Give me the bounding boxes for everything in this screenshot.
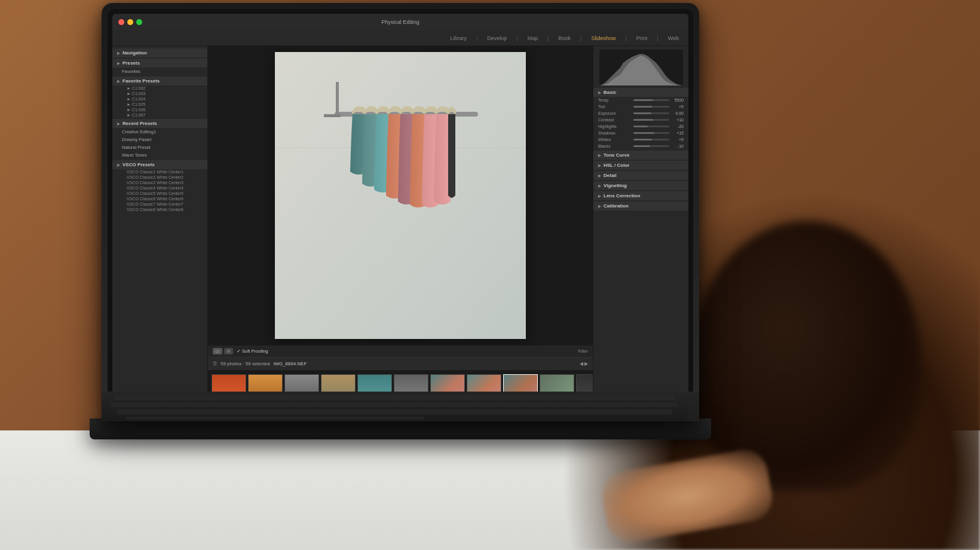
calibration-header[interactable]: Calibration [593, 201, 688, 210]
window-title: Physical Editing [381, 19, 419, 25]
recent-1[interactable]: Creative Editing1 [112, 128, 207, 136]
soft-proof-toggle[interactable]: ✓ Soft Proofing [237, 349, 268, 354]
tone-curve-section: Tone Curve [593, 151, 688, 160]
vsco-1[interactable]: VSCO Classic1 White Center1 [112, 169, 207, 175]
main-image-area[interactable] [208, 46, 593, 345]
module-sep-4: | [580, 35, 581, 41]
vsco-4[interactable]: VSCO Classic4 White Center4 [112, 185, 207, 191]
tab-print[interactable]: Print [634, 34, 650, 42]
blacks-slider: Blacks -10 [593, 143, 688, 149]
svg-rect-7 [114, 395, 675, 400]
shadows-slider: Shadows +15 [593, 130, 688, 136]
laptop-body: Physical Editing Library | Develop | Map… [102, 3, 699, 421]
fav-preset-4[interactable]: ► C1:005 [112, 102, 207, 107]
module-sep-5: | [625, 35, 626, 41]
laptop-screen: Physical Editing Library | Develop | Map… [112, 14, 688, 411]
fav-preset-6[interactable]: ► C1:007 [112, 112, 207, 118]
temp-slider: Temp 5500 [593, 97, 688, 103]
main-photo [275, 52, 526, 339]
vsco-presets-section: VSCO Presets VSCO Classic1 White Center1… [112, 160, 207, 212]
minimize-button[interactable] [127, 19, 133, 25]
tab-develop[interactable]: Develop [485, 34, 509, 42]
navigator-header[interactable]: Navigation [112, 48, 207, 57]
vsco-6[interactable]: VSCO Classic6 White Center6 [112, 196, 207, 201]
tint-slider: Tint +5 [593, 103, 688, 110]
basic-header[interactable]: Basic [593, 88, 688, 97]
tab-library[interactable]: Library [448, 34, 469, 42]
lens-correction-header[interactable]: Lens Correction [593, 191, 688, 200]
vsco-5[interactable]: VSCO Classic5 White Center5 [112, 191, 207, 196]
module-sep-6: | [657, 35, 658, 41]
fav-preset-2[interactable]: ► C1:003 [112, 91, 207, 96]
tab-web[interactable]: Web [666, 34, 681, 42]
filmstrip-info: 59 photos · 59 selected [220, 361, 270, 366]
filter-label[interactable]: Filter [578, 349, 588, 354]
fav-preset-5[interactable]: ► C1:006 [112, 107, 207, 112]
left-panel: Navigation Presets Favorites Favorite Pr… [112, 46, 208, 411]
selected-count: 59 selected [246, 361, 270, 366]
vignetting-header[interactable]: Vignetting [593, 181, 688, 190]
favorite-presets-header[interactable]: Favorite Presets [112, 77, 207, 85]
presets-section: Presets Favorites [112, 59, 207, 75]
tab-map[interactable]: Map [525, 34, 541, 42]
titlebar: Physical Editing [112, 14, 688, 30]
window-controls [118, 19, 142, 25]
vsco-3[interactable]: VSCO Classic3 White Center3 [112, 180, 207, 185]
next-arrow[interactable]: ▶ [584, 361, 588, 366]
laptop-bezel: Physical Editing Library | Develop | Map… [108, 9, 693, 415]
module-icon: ☰ [213, 361, 217, 366]
calibration-section: Calibration [593, 201, 688, 210]
hsl-header[interactable]: HSL / Color [593, 161, 688, 170]
vsco-7[interactable]: VSCO Classic7 White Center7 [112, 201, 207, 207]
filename: IMG_8894.NEF [274, 361, 307, 366]
photos-count: 59 photos [220, 361, 241, 366]
svg-rect-9 [117, 410, 672, 414]
svg-rect-10 [125, 417, 424, 420]
module-sep-3: | [547, 35, 549, 41]
keyboard [102, 392, 699, 421]
view-grid[interactable]: ⊞ [224, 348, 233, 355]
maximize-button[interactable] [136, 19, 142, 25]
recent-2[interactable]: Dreamy Pastel [112, 136, 207, 143]
detail-header[interactable]: Detail [593, 171, 688, 180]
hsl-section: HSL / Color [593, 161, 688, 170]
module-sep-1: | [476, 35, 477, 41]
module-sep-2: | [516, 35, 517, 41]
lens-correction-section: Lens Correction [593, 191, 688, 200]
person-head [693, 221, 920, 490]
recent-presets-header[interactable]: Recent Presets [112, 119, 207, 128]
exposure-slider: Exposure 0.00 [593, 110, 688, 117]
vsco-2[interactable]: VSCO Classic2 White Center2 [112, 175, 207, 180]
contrast-slider: Contrast +10 [593, 117, 688, 123]
module-tabs: Library | Develop | Map | Book | Slidesh… [112, 30, 688, 46]
basic-section: Basic Temp 5500 Tint [593, 88, 688, 149]
fav-preset-1[interactable]: ► C1:002 [112, 85, 207, 91]
favorite-presets-section: Favorite Presets ► C1:002 ► C1:003 ► C1:… [112, 77, 207, 118]
svg-rect-4 [324, 114, 341, 117]
whites-slider: Whites +5 [593, 136, 688, 143]
close-button[interactable] [118, 19, 124, 25]
prev-arrow[interactable]: ◀ [580, 361, 583, 366]
tab-book[interactable]: Book [556, 34, 574, 42]
view-loupe[interactable]: ▭ [213, 348, 222, 355]
fav-preset-3[interactable]: ► C1:004 [112, 96, 207, 102]
main-layout: Navigation Presets Favorites Favorite Pr… [112, 46, 688, 411]
svg-rect-3 [336, 82, 339, 115]
svg-rect-8 [111, 402, 678, 407]
vsco-presets-header[interactable]: VSCO Presets [112, 160, 207, 169]
recent-3[interactable]: Natural Preset [112, 143, 207, 151]
presets-header[interactable]: Presets [112, 59, 207, 68]
view-mode-icons: ▭ ⊞ [213, 348, 233, 355]
lightroom-app: Physical Editing Library | Develop | Map… [112, 14, 688, 411]
highlights-slider: Highlights -20 [593, 123, 688, 130]
center-panel: ▭ ⊞ ✓ Soft Proofing Filter ☰ [208, 46, 593, 411]
tone-curve-header[interactable]: Tone Curve [593, 151, 688, 160]
recent-4[interactable]: Warm Tones [112, 151, 207, 159]
vsco-8[interactable]: VSCO Classic8 White Center8 [112, 207, 207, 212]
tab-slideshow[interactable]: Slideshow [589, 34, 618, 42]
laptop-base [90, 418, 711, 439]
right-panel: Basic Temp 5500 Tint [593, 46, 688, 411]
vignetting-section: Vignetting [593, 181, 688, 190]
recent-presets-section: Recent Presets Creative Editing1 Dreamy … [112, 119, 207, 159]
preset-item-favorites[interactable]: Favorites [112, 68, 207, 75]
